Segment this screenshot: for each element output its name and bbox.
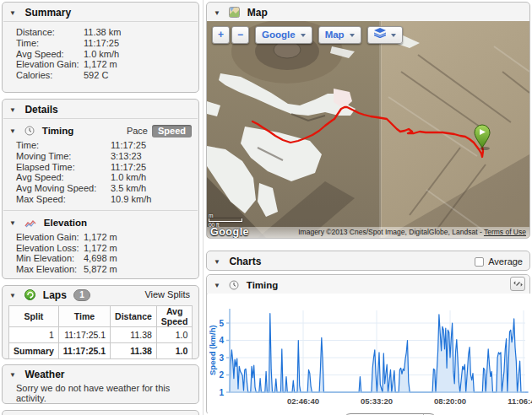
svg-text:2: 2 xyxy=(219,370,224,380)
timing-row: Time:11:17:25 xyxy=(3,140,198,151)
timing-chart-header: ▼ Timing xyxy=(207,275,529,294)
zoom-out-button[interactable]: − xyxy=(231,26,249,44)
svg-text:1: 1 xyxy=(219,388,224,397)
map-layers-dropdown[interactable] xyxy=(367,26,403,44)
panel-title: Charts xyxy=(229,256,261,267)
map-attribution: Imagery ©2013 Cnes/Spot Image, DigitalGl… xyxy=(207,227,529,238)
svg-text:05:33:20: 05:33:20 xyxy=(361,396,393,406)
column-divider xyxy=(203,0,204,415)
google-logo: Google xyxy=(210,226,249,238)
timing-row: Max Speed:10.9 km/h xyxy=(3,194,198,205)
laps-icon xyxy=(24,288,35,305)
summary-row: Distance:11.38 km xyxy=(3,27,198,38)
next-panel-stub xyxy=(2,410,199,415)
collapse-triangle-icon[interactable]: ▼ xyxy=(9,288,16,305)
timing-chart: Speed (km/h) 1234502:46:4005:33:2008:20:… xyxy=(208,294,530,415)
collapse-triangle-icon[interactable]: ▼ xyxy=(9,216,16,231)
map-type-dropdown[interactable]: Map xyxy=(318,26,361,44)
elevation-row: Min Elevation:4,698 m xyxy=(3,253,198,264)
chevron-down-icon xyxy=(301,34,306,37)
zoom-in-button[interactable]: + xyxy=(212,26,230,44)
view-splits-link[interactable]: View Splits xyxy=(144,286,190,303)
summary-row: Elevation Gain:1,172 m xyxy=(3,59,198,70)
clock-icon xyxy=(229,277,239,295)
chevron-down-icon xyxy=(350,34,355,37)
collapse-triangle-icon[interactable]: ▼ xyxy=(214,4,220,23)
elevation-row: Max Elevation:5,872 m xyxy=(3,264,198,275)
map-provider-dropdown[interactable]: Google xyxy=(255,26,312,44)
layers-icon xyxy=(374,27,386,43)
svg-text:11:06:40: 11:06:40 xyxy=(508,396,532,406)
map-icon xyxy=(229,4,240,23)
clock-icon xyxy=(24,124,35,139)
elevation-row: Elevation Loss:1,172 m xyxy=(3,243,198,254)
collapse-triangle-icon[interactable]: ▼ xyxy=(214,277,220,295)
y-axis-label: Speed (km/h) xyxy=(208,325,217,375)
collapse-triangle-icon[interactable]: ▼ xyxy=(9,101,16,120)
speed-toggle-button[interactable]: Speed xyxy=(152,125,192,137)
weather-panel: ▼ Weather Sorry we do not have weather f… xyxy=(2,364,199,404)
average-toggle: Average xyxy=(475,251,523,272)
timing-subheader: ▼ Timing PaceSpeed xyxy=(3,122,198,137)
timing-chart-panel: ▼ Timing Speed (km/h) 1234502:46:4005:33… xyxy=(206,274,530,415)
map-header: ▼ Map xyxy=(207,3,529,21)
elevation-profile-icon xyxy=(24,216,36,231)
expand-icon xyxy=(513,279,523,288)
chevron-down-icon xyxy=(391,34,396,37)
panel-title: Details xyxy=(24,104,57,116)
svg-text:02:46:40: 02:46:40 xyxy=(287,396,319,406)
map-panel: ▼ Map xyxy=(206,2,530,239)
elevation-row: Elevation Gain:1,172 m xyxy=(3,232,198,243)
pace-toggle-button[interactable]: Pace xyxy=(127,126,148,136)
panel-title: Summary xyxy=(24,7,71,19)
details-panel: ▼ Details ▼ Timing PaceSpeed Time:11:17:… xyxy=(2,99,199,279)
collapse-triangle-icon[interactable]: ▼ xyxy=(9,4,16,23)
laps-panel: ▼ Laps 1 View Splits Split Time Distance… xyxy=(2,285,199,359)
divider xyxy=(3,118,198,119)
collapse-triangle-icon[interactable]: ▼ xyxy=(9,124,16,139)
svg-text:3: 3 xyxy=(219,353,224,363)
summary-header: ▼ Summary xyxy=(3,3,198,21)
timing-row: Avg Moving Speed:3.5 km/h xyxy=(3,183,198,194)
summary-row: Avg Speed:1.0 km/h xyxy=(3,49,198,60)
laps-header: ▼ Laps 1 View Splits xyxy=(3,286,198,303)
map-terrain xyxy=(207,21,529,238)
svg-text:4: 4 xyxy=(219,336,224,345)
map-controls: + − Google Map xyxy=(212,26,403,44)
collapse-triangle-icon[interactable]: ▼ xyxy=(214,253,220,272)
weather-message: Sorry we do not have weather for this ac… xyxy=(3,381,198,403)
charts-header-panel: ▼ Charts Average xyxy=(206,251,530,271)
right-column: ▼ Map xyxy=(206,0,532,415)
panel-title: Laps xyxy=(43,289,67,301)
panel-title: Map xyxy=(247,7,268,19)
laps-table: Split Time Distance Avg Speed 1 11:17:25… xyxy=(8,305,193,359)
summary-row: Calories:592 C xyxy=(3,70,198,81)
map-canvas[interactable]: + − Google Map xyxy=(207,21,529,238)
pace-speed-toggle: PaceSpeed xyxy=(127,123,192,138)
details-header: ▼ Details xyxy=(3,100,198,118)
elevation-subheader: ▼ Elevation xyxy=(3,214,198,229)
laps-count-badge: 1 xyxy=(73,289,90,301)
weather-header: ▼ Weather xyxy=(3,365,198,381)
panel-title: Timing xyxy=(247,280,278,290)
left-column: ▼ Summary Distance:11.38 km Time:11:17:2… xyxy=(2,2,201,415)
divider xyxy=(3,210,198,211)
average-label: Average xyxy=(488,256,523,267)
terms-of-use-link[interactable]: Terms of Use xyxy=(484,228,526,236)
svg-text:08:20:00: 08:20:00 xyxy=(434,396,466,406)
timing-row: Avg Speed:1.0 km/h xyxy=(3,172,198,183)
table-row[interactable]: Summary 11:17:25.1 11.38 1.0 xyxy=(9,343,193,359)
svg-text:5: 5 xyxy=(219,319,224,328)
summary-row: Time:11:17:25 xyxy=(3,38,198,49)
laps-table-header-row: Split Time Distance Avg Speed xyxy=(9,306,193,327)
activity-page: ▼ Summary Distance:11.38 km Time:11:17:2… xyxy=(0,0,532,415)
table-row[interactable]: 1 11:17:25.1 11.38 1.0 xyxy=(9,327,193,343)
average-checkbox[interactable] xyxy=(475,257,484,267)
summary-panel: ▼ Summary Distance:11.38 km Time:11:17:2… xyxy=(2,2,199,93)
panel-title: Weather xyxy=(24,369,64,380)
timing-row: Elapsed Time:11:17:25 xyxy=(3,162,198,173)
expand-chart-button[interactable] xyxy=(510,277,525,291)
collapse-triangle-icon[interactable]: ▼ xyxy=(9,367,16,383)
timing-row: Moving Time:3:13:23 xyxy=(3,151,198,162)
